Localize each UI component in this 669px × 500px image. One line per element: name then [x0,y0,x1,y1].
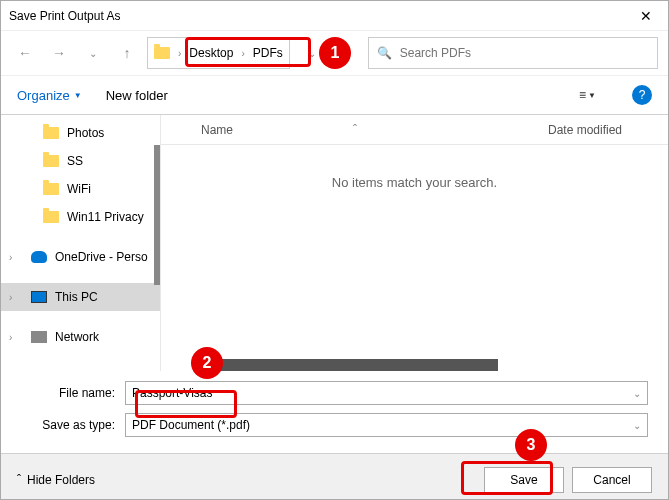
column-name[interactable]: Name ˆ [201,123,548,137]
expand-icon[interactable]: › [9,332,21,343]
pc-icon [31,291,47,303]
chevron-down-icon[interactable]: ⌄ [633,420,641,431]
folder-icon [154,47,170,59]
help-button[interactable]: ? [632,85,652,105]
column-headers: Name ˆ Date modified [161,115,668,145]
breadcrumb[interactable]: › Desktop › PDFs [147,37,290,69]
breadcrumb-item[interactable]: Desktop [189,46,233,60]
tree-item-label: This PC [55,290,98,304]
chevron-right-icon: › [241,48,244,59]
horizontal-scrollbar[interactable] [201,359,658,371]
tree-item-label: SS [67,154,83,168]
chevron-right-icon: › [178,48,181,59]
onedrive-icon [31,251,47,263]
back-button[interactable]: ← [11,39,39,67]
main-area: PhotosSSWiFiWin11 Privacy›OneDrive - Per… [1,115,668,371]
tree-item[interactable]: ›Network [1,323,160,351]
close-button[interactable]: ✕ [623,1,668,31]
up-button[interactable]: ↑ [113,39,141,67]
expand-icon[interactable]: › [9,252,21,263]
sort-indicator-icon: ˆ [353,123,357,137]
tree-item-label: OneDrive - Perso [55,250,148,264]
scrollbar[interactable] [154,145,160,285]
dialog-footer: ˆ Hide Folders Save Cancel [1,453,668,500]
filename-input[interactable] [132,386,633,400]
tree-item[interactable]: ›This PC [1,283,160,311]
breadcrumb-item[interactable]: PDFs [253,46,283,60]
recent-dropdown[interactable]: ⌄ [79,39,107,67]
chevron-up-icon: ˆ [17,473,21,487]
tree-item-label: WiFi [67,182,91,196]
chevron-down-icon[interactable]: ⌄ [633,388,641,399]
save-button[interactable]: Save [484,467,564,493]
filetype-value: PDF Document (*.pdf) [132,418,250,432]
tree-item[interactable]: Photos [1,119,160,147]
new-folder-button[interactable]: New folder [106,88,168,103]
folder-icon [43,211,59,223]
tree-item[interactable]: Win11 Privacy [1,203,160,231]
hide-folders-toggle[interactable]: ˆ Hide Folders [17,473,95,487]
command-bar: Organize ▼ New folder ≡ ▼ ? [1,75,668,115]
title-bar: Save Print Output As ✕ [1,1,668,31]
expand-icon[interactable]: › [9,292,21,303]
tree-item[interactable]: SS [1,147,160,175]
chevron-down-icon: ▼ [588,91,596,100]
list-icon: ≡ [579,88,586,102]
annotation-badge: 2 [191,347,223,379]
tree-item-label: Win11 Privacy [67,210,144,224]
net-icon [31,331,47,343]
filename-label: File name: [21,386,125,400]
folder-icon [43,127,59,139]
view-mode-button[interactable]: ≡ ▼ [579,88,596,102]
empty-message: No items match your search. [161,175,668,190]
column-date[interactable]: Date modified [548,123,668,137]
filetype-label: Save as type: [21,418,125,432]
search-box[interactable]: 🔍 [368,37,658,69]
tree-item-label: Network [55,330,99,344]
annotation-badge: 3 [515,429,547,461]
tree-item[interactable]: ›OneDrive - Perso [1,243,160,271]
chevron-down-icon: ▼ [74,91,82,100]
annotation-badge: 1 [319,37,351,69]
window-title: Save Print Output As [9,9,120,23]
organize-label: Organize [17,88,70,103]
scrollbar-thumb[interactable] [201,359,498,371]
filename-combo[interactable]: ⌄ [125,381,648,405]
organize-menu[interactable]: Organize ▼ [17,88,82,103]
folder-icon [43,155,59,167]
filetype-combo[interactable]: PDF Document (*.pdf) ⌄ [125,413,648,437]
nav-pane: PhotosSSWiFiWin11 Privacy›OneDrive - Per… [1,115,161,371]
file-list-pane: Name ˆ Date modified No items match your… [161,115,668,371]
save-fields: File name: ⌄ Save as type: PDF Document … [1,371,668,453]
cancel-button[interactable]: Cancel [572,467,652,493]
tree-item-label: Photos [67,126,104,140]
folder-icon [43,183,59,195]
search-input[interactable] [400,46,649,60]
search-icon: 🔍 [377,46,392,60]
forward-button[interactable]: → [45,39,73,67]
tree-item[interactable]: WiFi [1,175,160,203]
